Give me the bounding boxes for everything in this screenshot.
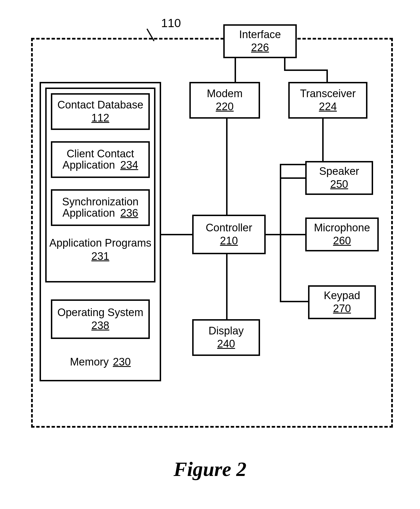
line-controller-to-bus: [266, 234, 281, 235]
box-modem: Modem 220: [189, 82, 260, 119]
label-os: Operating System: [57, 307, 143, 319]
box-os: Operating System 238: [51, 299, 150, 339]
box-interface: Interface 226: [223, 24, 297, 58]
box-speaker: Speaker 250: [305, 161, 373, 195]
box-controller: Controller 210: [192, 215, 266, 254]
ref-interface: 226: [251, 42, 269, 54]
line-right-bus-vertical: [280, 164, 281, 302]
box-contact-db: Contact Database 112: [51, 93, 150, 130]
label-contact-db: Contact Database: [57, 99, 143, 111]
diagram-canvas: 110 Interface 226 Modem 220 Transceiver …: [0, 0, 420, 509]
line-bus-keypad: [280, 301, 308, 302]
ref-speaker: 250: [330, 178, 348, 190]
label-client-contact: Client Contact Application 234: [52, 148, 148, 171]
ref-sync-app: 236: [120, 207, 138, 219]
box-client-contact: Client Contact Application 234: [51, 141, 150, 178]
label-microphone: Microphone: [314, 222, 370, 234]
ref-controller: 210: [220, 235, 238, 247]
line-interface-modem-v: [235, 58, 236, 82]
line-interface-transceiver-h2: [284, 69, 328, 71]
label-display: Display: [209, 325, 244, 337]
label-keypad: Keypad: [324, 290, 360, 302]
line-bus-microphone: [280, 234, 305, 235]
label-memory-group: Memory 230: [40, 356, 161, 368]
ref-label-110: 110: [161, 16, 181, 30]
figure-caption-text: Figure 2: [174, 458, 246, 480]
line-controller-display: [226, 254, 228, 319]
line-interface-transceiver-h: [284, 58, 285, 69]
box-microphone: Microphone 260: [305, 217, 379, 251]
label-modem: Modem: [207, 88, 243, 100]
figure-caption: Figure 2: [0, 458, 420, 481]
label-interface: Interface: [239, 29, 281, 41]
label-controller: Controller: [206, 222, 252, 234]
line-interface-transceiver-v: [326, 69, 328, 82]
ref-modem: 220: [216, 101, 233, 113]
ref-contact-db: 112: [91, 112, 109, 124]
ref-app-programs: 231: [45, 250, 155, 262]
label-app-programs: Application Programs: [45, 237, 155, 249]
box-display: Display 240: [192, 319, 260, 356]
ref-display: 240: [217, 338, 235, 350]
ref-os: 238: [91, 319, 109, 332]
box-keypad: Keypad 270: [308, 285, 376, 319]
label-app-programs-group: Application Programs 231: [45, 237, 155, 262]
ref-client-contact: 234: [120, 159, 138, 171]
box-transceiver: Transceiver 224: [288, 82, 367, 119]
ref-memory: 230: [113, 356, 131, 368]
ref-keypad: 270: [333, 303, 351, 315]
line-modem-controller: [226, 119, 228, 215]
label-speaker: Speaker: [319, 166, 359, 177]
label-memory: Memory: [70, 356, 109, 368]
ref-microphone: 260: [333, 235, 351, 247]
line-transceiver-down: [322, 119, 324, 164]
line-memory-controller: [161, 234, 192, 235]
box-sync-app: Synchronization Application 236: [51, 189, 150, 226]
label-transceiver: Transceiver: [300, 88, 356, 100]
label-sync-app: Synchronization Application 236: [52, 196, 148, 219]
line-bus-speaker: [280, 177, 305, 179]
ref-transceiver: 224: [319, 101, 337, 113]
